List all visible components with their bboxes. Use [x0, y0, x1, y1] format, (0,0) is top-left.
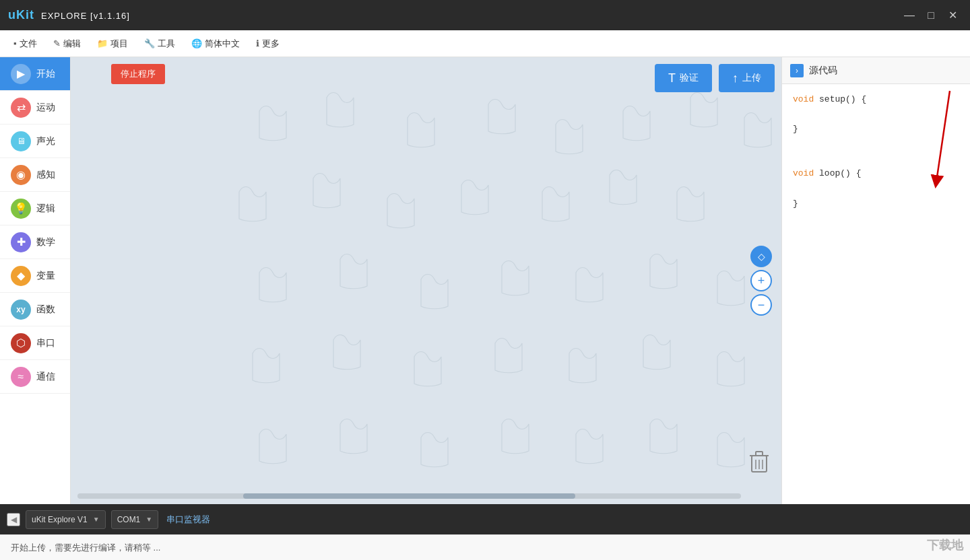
motion-icon: ⇄: [11, 98, 31, 118]
source-toggle-button[interactable]: ›: [790, 64, 804, 77]
verify-label: 验证: [680, 72, 699, 84]
math-icon: ✚: [11, 232, 31, 252]
sidebar-item-math[interactable]: ✚ 数学: [0, 225, 70, 259]
scrollbar-thumb: [243, 493, 575, 499]
sidebar-label-sense: 感知: [36, 169, 55, 181]
source-title: 源代码: [809, 65, 837, 77]
sidebar-item-motion[interactable]: ⇄ 运动: [0, 91, 70, 125]
maximize-button[interactable]: □: [922, 6, 940, 25]
sidebar-item-serial[interactable]: ⬡ 串口: [0, 326, 70, 360]
logic-icon: 💡: [11, 199, 31, 219]
sidebar-item-func[interactable]: xy 函数: [0, 293, 70, 326]
source-code-body: void setup() { } void loop() { }: [782, 84, 970, 504]
upload-label: 上传: [742, 72, 761, 84]
sidebar-item-sense[interactable]: ◉ 感知: [0, 158, 70, 192]
minimize-button[interactable]: —: [900, 6, 919, 25]
source-header: › 源代码: [782, 57, 970, 84]
sidebar-label-serial: 串口: [36, 337, 55, 349]
titlebar-left: uKit EXPLORE [v1.1.16]: [8, 8, 130, 22]
sidebar-label-logic: 逻辑: [36, 203, 55, 215]
workspace[interactable]: 停止程序 T 验证 ↑ 上传 ◇ + −: [71, 57, 781, 504]
comm-icon: ≈: [11, 367, 31, 387]
close-button[interactable]: ✕: [943, 6, 962, 25]
titlebar: uKit EXPLORE [v1.1.16] — □ ✕: [0, 0, 970, 30]
zoom-in-button[interactable]: +: [750, 270, 772, 291]
zoom-controls: ◇ + −: [750, 246, 772, 316]
menubar: ▪ 文件 ✎ 编辑 📁 项目 🔧 工具 🌐 简体中文 ℹ 更多: [0, 30, 970, 57]
menu-file[interactable]: ▪ 文件: [5, 30, 45, 57]
app-title: EXPLORE [v1.1.16]: [41, 11, 130, 21]
board-dropdown-arrow: ▼: [93, 516, 100, 523]
sidebar-item-sound[interactable]: 🖥 声光: [0, 125, 70, 158]
canvas-background: [71, 57, 781, 504]
menu-edit-label: 编辑: [63, 38, 81, 50]
code-line-1: void setup() {: [793, 92, 959, 107]
sidebar-label-start: 开始: [36, 68, 55, 80]
port-dropdown-arrow: ▼: [146, 516, 152, 523]
code-line-4: }: [793, 197, 959, 211]
code-text-1: setup() {: [819, 94, 866, 104]
statusbar: ◀ uKit Explore V1 ▼ COM1 ▼ 串口监视器: [0, 504, 970, 534]
serial-monitor-link[interactable]: 串口监视器: [164, 514, 213, 526]
language-icon: 🌐: [191, 38, 202, 48]
svg-rect-2: [756, 452, 763, 456]
project-icon: 📁: [97, 38, 108, 48]
sidebar-label-var: 变量: [36, 270, 55, 282]
code-keyword-void1: void: [793, 94, 814, 104]
port-name: COM1: [117, 515, 141, 524]
status-message: 开始上传，需要先进行编译，请稍等 ...: [11, 542, 160, 554]
file-icon: ▪: [13, 38, 17, 48]
menu-language[interactable]: 🌐 简体中文: [183, 30, 248, 57]
menu-project-label: 项目: [110, 38, 128, 50]
board-name: uKit Explore V1: [32, 515, 88, 524]
status-arrow-button[interactable]: ◀: [7, 513, 20, 526]
code-line-2: }: [793, 122, 959, 137]
verify-button[interactable]: T 验证: [655, 64, 712, 92]
sound-icon: 🖥: [11, 131, 31, 151]
sidebar-label-comm: 通信: [36, 371, 55, 383]
menu-more[interactable]: ℹ 更多: [248, 30, 288, 57]
sidebar-label-func: 函数: [36, 304, 55, 316]
zoom-out-button[interactable]: −: [750, 294, 772, 316]
menu-more-label: 更多: [262, 38, 280, 50]
board-selector[interactable]: uKit Explore V1 ▼: [26, 510, 106, 529]
workspace-horizontal-scrollbar[interactable]: [77, 493, 741, 499]
sense-icon: ◉: [11, 165, 31, 185]
delete-button[interactable]: [746, 448, 772, 477]
source-panel: › 源代码 void setup() { } void: [781, 57, 970, 504]
upload-button[interactable]: ↑ 上传: [719, 64, 775, 92]
verify-icon: T: [668, 71, 676, 85]
trash-icon: [749, 450, 769, 475]
sidebar-item-comm[interactable]: ≈ 通信: [0, 360, 70, 394]
sidebar-label-motion: 运动: [36, 102, 55, 114]
menu-tools[interactable]: 🔧 工具: [136, 30, 183, 57]
menu-language-label: 简体中文: [205, 38, 240, 50]
more-icon: ℹ: [256, 38, 259, 48]
zoom-reset-button[interactable]: ◇: [750, 246, 772, 267]
code-keyword-void2: void: [793, 168, 814, 178]
tools-icon: 🔧: [144, 38, 155, 48]
main-layout: ▶ 开始 ⇄ 运动 🖥 声光 ◉ 感知 💡 逻辑 ✚ 数学 ◆ 变量 xy: [0, 57, 970, 504]
menu-file-label: 文件: [20, 38, 37, 50]
menu-edit[interactable]: ✎ 编辑: [45, 30, 89, 57]
code-line-3: void loop() {: [793, 166, 959, 181]
sidebar-label-sound: 声光: [36, 135, 55, 147]
stop-button[interactable]: 停止程序: [111, 64, 165, 84]
puzzle-decoration: [71, 57, 781, 504]
sidebar: ▶ 开始 ⇄ 运动 🖥 声光 ◉ 感知 💡 逻辑 ✚ 数学 ◆ 变量 xy: [0, 57, 71, 504]
port-selector[interactable]: COM1 ▼: [111, 510, 159, 529]
sidebar-item-var[interactable]: ◆ 变量: [0, 259, 70, 293]
workspace-toolbar: T 验证 ↑ 上传: [655, 64, 775, 92]
start-icon: ▶: [11, 64, 31, 84]
sidebar-item-start[interactable]: ▶ 开始: [0, 57, 70, 91]
edit-icon: ✎: [53, 38, 61, 48]
sidebar-item-logic[interactable]: 💡 逻辑: [0, 192, 70, 225]
code-text-3: loop() {: [819, 168, 861, 178]
menu-tools-label: 工具: [158, 38, 175, 50]
serial-icon: ⬡: [11, 333, 31, 353]
menu-project[interactable]: 📁 项目: [89, 30, 136, 57]
upload-icon: ↑: [732, 71, 738, 85]
sidebar-label-math: 数学: [36, 236, 55, 248]
var-icon: ◆: [11, 266, 31, 286]
message-bar: 开始上传，需要先进行编译，请稍等 ...: [0, 534, 970, 560]
